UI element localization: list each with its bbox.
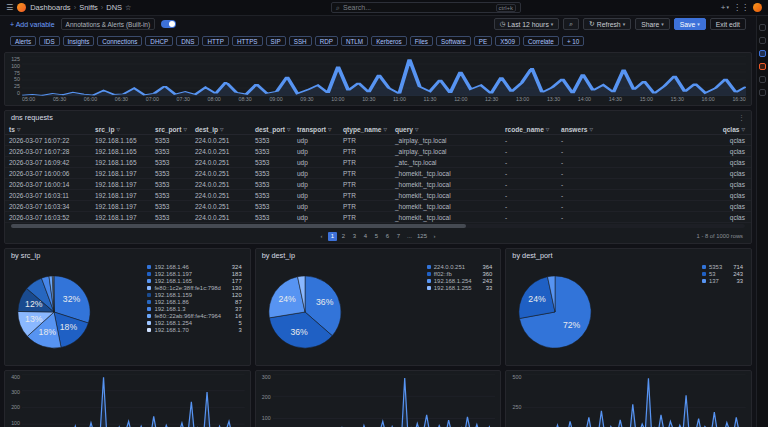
link-pill[interactable]: HTTP [202,36,228,46]
grafana-logo[interactable] [17,3,26,12]
scrollbar-thumb[interactable] [11,224,466,228]
filter-icon[interactable]: ▽ [183,127,186,132]
link-pill[interactable]: PE [474,36,492,46]
filter-icon[interactable]: ▽ [546,127,549,132]
right-dock-icon[interactable] [759,50,766,57]
column-header[interactable]: query▽ [391,124,501,135]
legend-item[interactable]: 192.168.1.703 [147,327,241,333]
legend-item[interactable]: 192.168.1.8687 [147,299,241,305]
refresh-button[interactable]: ↻ Refresh ▾ [583,18,631,30]
link-pill[interactable]: HTTPS [232,36,263,46]
column-header[interactable]: src_ip▽ [91,124,151,135]
add-variable-link[interactable]: + Add variable [10,21,55,28]
breadcrumb-folder[interactable]: Sniffs [79,3,98,12]
link-pill[interactable]: Connections [97,36,142,46]
column-header[interactable]: dest_ip▽ [191,124,251,135]
filter-icon[interactable]: ▽ [116,127,119,132]
filter-icon[interactable]: ▽ [17,127,20,132]
filter-icon[interactable]: ▽ [328,127,331,132]
filter-icon[interactable]: ▽ [383,127,386,132]
legend-item[interactable]: 192.168.1.337 [147,306,241,312]
right-dock-icon[interactable] [759,37,766,44]
legend-item[interactable]: 192.168.1.25533 [427,285,493,291]
horizontal-scrollbar[interactable] [11,224,745,228]
zoom-out-button[interactable]: ⌕ [563,18,579,30]
legend-item[interactable]: 192.168.1.197183 [147,271,241,277]
save-button[interactable]: Save ▾ [674,18,706,30]
pagination-page[interactable]: 2 [339,232,348,241]
link-pill[interactable]: DHCP [145,36,173,46]
user-avatar[interactable] [753,3,762,12]
right-dock-icon[interactable] [759,89,766,96]
pagination-page[interactable]: 1 [328,232,337,241]
pagination-page[interactable]: 5 [372,232,381,241]
annotations-toggle[interactable] [161,20,176,28]
timeseries-panel-src[interactable]: 400300200100005:0007:3010:0012:3015:00 [4,370,251,427]
right-dock-icon[interactable] [759,76,766,83]
link-pill[interactable]: IDS [39,36,60,46]
pie-panel-dest-ip[interactable]: by dest_ip 36%36%24%224.0.0.251364ff02::… [255,248,502,366]
legend-item[interactable]: fe80::1c2e:38ff:fe1c:798d130 [147,285,241,291]
panel-header[interactable]: by dest_port [506,249,751,262]
breadcrumb-dashboards[interactable]: Dashboards [30,3,70,12]
link-pill[interactable]: X509 [495,36,520,46]
filter-icon[interactable]: ▽ [287,127,290,132]
legend-item[interactable]: 192.168.1.46324 [147,264,241,270]
panel-header[interactable]: dns requests ⋮ [5,111,751,124]
panel-header[interactable]: by src_ip [5,249,250,262]
share-button[interactable]: Share ▾ [635,18,670,30]
pagination-page[interactable]: ... [405,232,414,241]
panel-header[interactable]: by dest_ip [256,249,501,262]
apps-grid-icon[interactable]: ⋮⋮ [733,4,749,12]
column-header[interactable]: answers▽ [557,124,603,135]
legend-item[interactable]: 192.168.1.254243 [427,278,493,284]
legend-item[interactable]: 5353714 [702,264,743,270]
link-pill[interactable]: NTLM [341,36,368,46]
favorite-star-icon[interactable]: ☆ [125,4,131,12]
column-header[interactable]: transport▽ [293,124,339,135]
time-range-picker[interactable]: ◷ Last 12 hours ▾ [494,18,560,30]
link-pill[interactable]: RDP [315,36,338,46]
legend-item[interactable]: 192.168.1.159120 [147,292,241,298]
panel-menu-icon[interactable]: ⋮ [738,114,745,122]
exit-edit-button[interactable]: Exit edit [710,18,746,30]
legend-item[interactable]: 192.168.1.2545 [147,320,241,326]
add-new-button[interactable]: +▾ [721,4,729,12]
annotations-pill[interactable]: Annotations & Alerts (Built-in) [61,18,156,30]
pagination-page[interactable]: 3 [350,232,359,241]
pagination-page[interactable]: 4 [361,232,370,241]
filter-icon[interactable]: ▽ [415,127,418,132]
right-dock-icon[interactable] [759,63,766,70]
legend-item[interactable]: ff02::fb360 [427,271,493,277]
breadcrumb-dashboard[interactable]: DNS [106,3,122,12]
column-header[interactable]: qtype_name▽ [339,124,391,135]
filter-icon[interactable]: ▽ [742,127,745,132]
pie-panel-dest-port[interactable]: by dest_port 72%24%53537145324313733 [505,248,752,366]
column-header[interactable]: src_port▽ [151,124,191,135]
link-pill[interactable]: Alerts [10,36,36,46]
column-header[interactable]: rcode_name▽ [501,124,557,135]
search-input[interactable]: ⌕ Search... ctrl+k [331,2,521,13]
legend-item[interactable]: 192.168.1.165177 [147,278,241,284]
link-pill[interactable]: Kerberos [371,36,407,46]
link-pill[interactable]: Software [436,36,471,46]
link-pill[interactable]: DNS [176,36,199,46]
legend-item[interactable]: 13733 [702,278,743,284]
link-pill[interactable]: SSH [289,36,312,46]
link-pill[interactable]: SIP [266,36,286,46]
link-pill[interactable]: Insights [63,36,95,46]
column-header[interactable]: dest_port▽ [251,124,293,135]
column-header[interactable]: qclas▽ [603,124,751,135]
filter-icon[interactable]: ▽ [220,127,223,132]
legend-item[interactable]: fe80::22ab:96ff:fe4c:796416 [147,313,241,319]
legend-item[interactable]: 224.0.0.251364 [427,264,493,270]
pagination-page[interactable]: 125 [416,232,428,241]
timeseries-panel-top[interactable]: 125100755025005:0005:3006:0006:3007:0007… [4,52,752,106]
pagination-prev[interactable]: ‹ [317,232,326,241]
column-header[interactable]: ts▽ [5,124,91,135]
menu-toggle-icon[interactable]: ☰ [6,4,13,12]
pagination-page[interactable]: 6 [383,232,392,241]
link-pill[interactable]: Files [410,36,433,46]
legend-item[interactable]: 53243 [702,271,743,277]
right-dock-icon[interactable] [759,24,766,31]
